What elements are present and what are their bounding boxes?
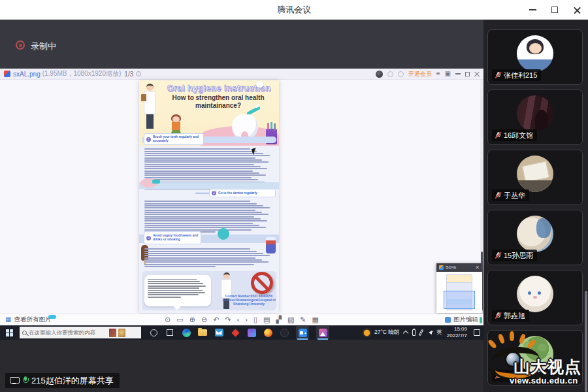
toolbar-accent bbox=[480, 317, 482, 323]
window-controls bbox=[521, 0, 588, 20]
vip-upgrade-link[interactable]: 开通会员 bbox=[408, 70, 432, 78]
taskbar-app-icons bbox=[149, 326, 329, 339]
navigator-panel: 50% ✕ bbox=[436, 263, 482, 313]
participant-tile[interactable]: 张佳利215 bbox=[487, 29, 583, 85]
edge-button[interactable] bbox=[182, 328, 191, 337]
viewer-avatar[interactable] bbox=[376, 71, 383, 78]
image-viewer-taskbar-button[interactable] bbox=[316, 326, 329, 339]
participant-avatar bbox=[517, 35, 553, 72]
poster-paragraph-2 bbox=[144, 200, 274, 234]
participant-tile[interactable]: 06钱 bbox=[487, 330, 583, 385]
delete-icon[interactable]: ▯ bbox=[253, 316, 257, 323]
mail-button[interactable] bbox=[214, 328, 223, 337]
screen-share-icon bbox=[10, 376, 19, 385]
app-purple-button[interactable] bbox=[247, 328, 256, 337]
next-icon[interactable]: › bbox=[245, 316, 248, 323]
dark-app-button[interactable] bbox=[280, 328, 289, 337]
view-all-button[interactable]: ▦ 查看所有图片 bbox=[5, 316, 51, 324]
zoom-in-icon[interactable]: ⊕ bbox=[189, 316, 195, 323]
action-center-icon[interactable] bbox=[474, 329, 480, 336]
mic-muted-icon bbox=[495, 372, 502, 380]
diamond-icon bbox=[231, 329, 240, 337]
copy-icon[interactable]: ▤ bbox=[263, 316, 270, 323]
task-view-button[interactable] bbox=[165, 328, 174, 337]
navigator-header[interactable]: 50% ✕ bbox=[436, 263, 482, 272]
meeting-stage: 录制中 sxAL.png (1.95MB，1080x1920缩放) 1/3 i … bbox=[0, 20, 483, 392]
viewer-page-indicator: 1/3 bbox=[124, 71, 133, 78]
edit-image-button[interactable]: 图片编辑 bbox=[445, 316, 478, 324]
viewer-circle-icon-1[interactable] bbox=[387, 71, 393, 77]
taskbar-search-box[interactable] bbox=[20, 327, 141, 338]
poster-section-1: 1 Brush your teeth regularly and accurat… bbox=[144, 133, 204, 145]
rotate-right-icon[interactable]: ↷ bbox=[225, 316, 231, 323]
viewer-circle-icon-2[interactable] bbox=[398, 71, 404, 77]
info-icon[interactable]: i bbox=[136, 71, 141, 76]
weather-label[interactable]: 27°C 晴朗 bbox=[374, 329, 399, 336]
participant-tile[interactable]: 郭垚旭 bbox=[487, 270, 583, 325]
edit-icon[interactable]: ✎ bbox=[300, 316, 306, 323]
tencent-meeting-taskbar-button[interactable] bbox=[296, 326, 309, 339]
rotate-left-icon[interactable]: ↶ bbox=[213, 316, 219, 323]
file-explorer-button[interactable] bbox=[198, 328, 207, 337]
clock[interactable]: 15:09 2022/7/7 bbox=[447, 326, 467, 338]
cortana-button[interactable] bbox=[149, 328, 158, 337]
poster-section-3: 3 Avoid sugary food/sweets and drinks or… bbox=[144, 231, 201, 244]
recording-icon bbox=[16, 41, 25, 50]
zoom-level: 50% bbox=[446, 265, 456, 270]
convert-icon[interactable]: ▧ bbox=[287, 316, 294, 323]
screen-share-label: 215赵伯洋的屏幕共享 bbox=[31, 375, 114, 387]
tray-expand-icon[interactable] bbox=[403, 331, 408, 336]
participant-tile[interactable]: 于丛华 bbox=[487, 150, 583, 205]
menu-icon[interactable]: ≡ bbox=[436, 71, 440, 77]
minimize-button[interactable] bbox=[521, 0, 544, 20]
save-icon[interactable]: ▞ bbox=[276, 316, 281, 323]
poster-paragraph-3 bbox=[144, 248, 274, 268]
feature-badge bbox=[48, 315, 56, 319]
weather-sun-icon[interactable] bbox=[364, 330, 370, 336]
zoom-out-icon[interactable]: ⊖ bbox=[201, 316, 207, 323]
system-tray: 27°C 晴朗 英 15:09 2022/7/7 bbox=[364, 326, 483, 338]
close-button[interactable] bbox=[566, 0, 588, 20]
no-smoking-icon bbox=[251, 272, 273, 294]
search-highlight-thumb-2[interactable] bbox=[118, 329, 125, 337]
navigator-viewport-box[interactable] bbox=[444, 291, 475, 309]
more-icon[interactable]: ▦ bbox=[312, 316, 319, 323]
start-button[interactable] bbox=[6, 329, 13, 336]
poster-image: Oral hygiene instruction How to strength… bbox=[139, 80, 279, 313]
participant-tile[interactable]: 16邱文馆 bbox=[487, 90, 583, 145]
search-icon bbox=[22, 331, 27, 335]
tooth-illustration bbox=[232, 114, 258, 139]
title-bar: 腾讯会议 bbox=[0, 0, 588, 20]
battery-icon[interactable] bbox=[412, 329, 416, 336]
maximize-icon bbox=[551, 7, 558, 13]
poster-section-2: 2 Go to the dentist regularly bbox=[209, 189, 276, 197]
fullscreen-icon[interactable]: ▣ bbox=[445, 71, 451, 77]
cortana-icon bbox=[150, 329, 157, 336]
speech-bubble bbox=[144, 275, 211, 306]
participant-tile[interactable]: 15孙思雨 bbox=[487, 210, 583, 265]
tray-time: 15:09 bbox=[447, 326, 467, 333]
small-tooth-icon bbox=[256, 81, 263, 88]
app-diamond-button[interactable] bbox=[231, 328, 240, 337]
tencent-meeting-window: 腾讯会议 录制中 sxAL.png (1.95MB，1080x1920缩放) 1… bbox=[0, 0, 588, 392]
divider-band bbox=[139, 182, 279, 189]
search-highlight-thumb-1[interactable] bbox=[109, 329, 116, 337]
participant-name: 于丛华 bbox=[504, 191, 525, 201]
viewer-close-icon[interactable] bbox=[474, 71, 480, 76]
participants-scrollbar[interactable] bbox=[585, 291, 587, 392]
actual-size-icon[interactable]: ▭ bbox=[176, 316, 183, 323]
viewer-minimize-icon[interactable] bbox=[455, 73, 461, 74]
maximize-button[interactable] bbox=[544, 0, 566, 20]
pen-input-icon[interactable] bbox=[419, 329, 423, 336]
viewer-maximize-icon[interactable] bbox=[465, 72, 470, 76]
speaker-muted-icon[interactable] bbox=[427, 331, 432, 335]
search-input[interactable] bbox=[29, 329, 107, 336]
mic-muted-icon bbox=[495, 71, 502, 80]
fit-icon[interactable]: ⊙ bbox=[165, 316, 171, 323]
prev-icon[interactable]: ‹ bbox=[237, 316, 240, 323]
participant-name: 郭垚旭 bbox=[504, 311, 525, 321]
firefox-button[interactable] bbox=[263, 328, 272, 337]
navigator-close-icon[interactable]: ✕ bbox=[475, 265, 480, 270]
section-number-badge: 1 bbox=[146, 137, 151, 142]
ime-indicator[interactable]: 英 bbox=[436, 329, 442, 336]
